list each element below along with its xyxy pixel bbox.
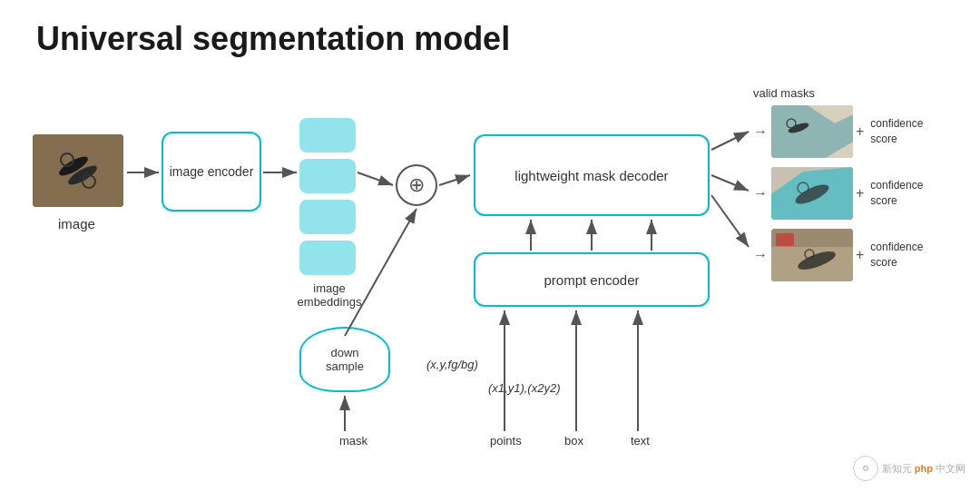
output-row-1: → + confidencescore [753, 105, 923, 158]
plus-1: + [856, 123, 864, 140]
output-section: valid masks → + confidencescore → [753, 86, 923, 290]
confidence-label-1: confidencescore [870, 116, 923, 147]
text-label: text [631, 434, 650, 448]
confidence-label-2: confidencescore [870, 178, 923, 209]
svg-line-25 [439, 175, 470, 185]
prompt-encoder-box: prompt encoder [474, 252, 710, 307]
plus-circle: ⊕ [396, 164, 437, 206]
watermark: ⚙ 新知元 php 中文网 [853, 456, 965, 481]
page-title: Universal segmentation model [36, 20, 510, 58]
output-arrow-2: → [753, 185, 768, 202]
output-image-2 [771, 167, 853, 220]
svg-rect-1 [33, 134, 123, 207]
points-label: points [490, 434, 522, 448]
output-row-2: → + confidencescore [753, 167, 923, 220]
svg-line-28 [711, 195, 749, 247]
box-italic-label: (x1,y1),(x2y2) [488, 379, 560, 396]
svg-line-26 [711, 132, 749, 150]
image-encoder-label: image encoder [170, 164, 254, 179]
embedding-block-4 [299, 241, 356, 275]
embedding-block-2 [299, 159, 356, 193]
mask-label: mask [339, 434, 368, 448]
plus-3: + [856, 247, 864, 263]
downsample-box: downsample [299, 327, 390, 392]
valid-masks-label: valid masks [753, 86, 923, 100]
prompt-encoder-label: prompt encoder [544, 272, 639, 288]
points-italic-label: (x,y,fg/bg) [426, 356, 478, 372]
svg-line-27 [711, 175, 749, 191]
plus-2: + [856, 185, 864, 202]
output-arrow-3: → [753, 247, 768, 263]
input-image [33, 134, 123, 207]
output-row-3: → + confidencescore [753, 229, 923, 281]
confidence-label-3: confidencescore [870, 240, 923, 271]
watermark-icon: ⚙ [853, 456, 878, 481]
output-image-1 [771, 105, 853, 158]
mask-decoder-label: lightweight mask decoder [514, 168, 668, 183]
image-encoder-box: image encoder [162, 132, 261, 212]
svg-rect-19 [776, 233, 794, 246]
box-label: box [564, 434, 583, 448]
image-label: image [58, 216, 95, 231]
embedding-block-3 [299, 200, 356, 234]
output-image-3 [771, 229, 853, 281]
embeddings-stack [299, 118, 356, 275]
embedding-block-1 [299, 118, 356, 153]
svg-line-24 [358, 172, 393, 185]
downsample-label: downsample [326, 346, 364, 373]
embeddings-label: imageembeddings [289, 281, 370, 309]
mask-decoder-box: lightweight mask decoder [474, 134, 710, 216]
output-arrow-1: → [753, 123, 768, 140]
watermark-text: 新知元 php 中文网 [882, 462, 965, 476]
